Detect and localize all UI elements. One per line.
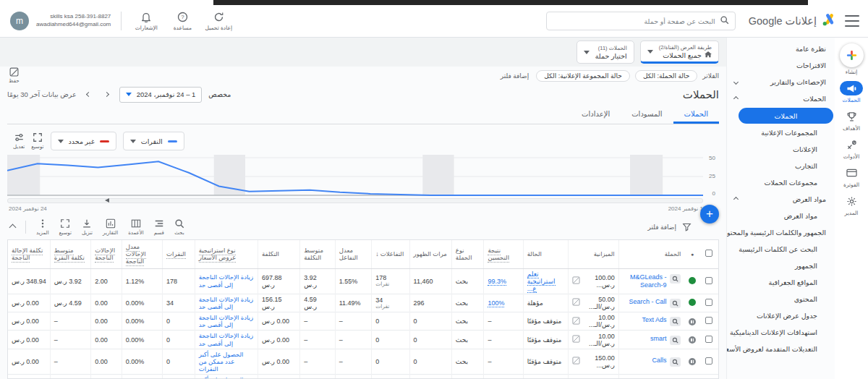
campaign-selector[interactable]: الحملات (11) اختيار حملة	[576, 41, 634, 64]
campaign-status-filter-chip[interactable]: حالة الحملة: الكل	[635, 70, 697, 82]
sidebar-item[interactable]: البحث عن الكلمات الرئيسية	[727, 241, 835, 257]
column-header-convrate[interactable]: معدل الإحالات الناجحة	[122, 240, 162, 268]
budget-cell[interactable]: 50.00 ر.س/الـ...	[572, 296, 615, 310]
row-checkbox[interactable]	[705, 299, 712, 306]
sidebar-item[interactable]: مواد العرض	[727, 208, 835, 224]
view-selector-all-campaigns[interactable]: طريقة العرض (القناة/2) جميع الحملات	[640, 41, 719, 64]
toolbar-segment-button[interactable]: قسم	[154, 218, 164, 236]
budget-cell[interactable]: 10.00 ر.س/الـ...	[572, 333, 615, 347]
tab-1[interactable]: المسودات	[621, 106, 673, 124]
column-header-clicks[interactable]: النقرات	[163, 240, 195, 268]
sidebar-item[interactable]: الإعلانات	[727, 141, 835, 158]
metric-selector-clicks[interactable]: النقرات	[123, 132, 184, 150]
metric-selector-none[interactable]: غير محدد	[51, 132, 116, 150]
date-prev-button[interactable]	[83, 89, 95, 101]
sidebar-item[interactable]: مواد العرض	[727, 191, 835, 208]
hamburger-menu-icon[interactable]	[845, 15, 859, 27]
toolbar-columns-button[interactable]: الأعمدة	[128, 218, 144, 236]
show-last-30-days-link[interactable]: عرض بيانات آخر 30 يومًا	[7, 90, 77, 98]
bid-strategy-link[interactable]: الحصول على أكبر عدد ممكن من النقرات	[199, 376, 254, 379]
toolbar-expand-button[interactable]: توسيع	[59, 218, 72, 236]
status-dot-paused[interactable]	[689, 336, 696, 344]
search-input[interactable]	[553, 17, 715, 25]
sidebar-item[interactable]: الحملات	[727, 90, 835, 107]
row-checkbox[interactable]	[705, 357, 712, 365]
rail-item-admin[interactable]: المدير	[840, 194, 863, 216]
toolbar-more-button[interactable]: المزيد	[36, 218, 49, 236]
campaign-name-link[interactable]: Search - Call	[629, 298, 666, 305]
rail-item-campaigns[interactable]: الحملات	[840, 81, 863, 103]
bid-strategy-link[interactable]: زيادة الإحالات الناجحة إلى أقصى حد	[199, 314, 254, 328]
add-campaign-fab[interactable]: +	[700, 205, 719, 223]
toolbar-download-button[interactable]: تنزيل	[82, 218, 93, 236]
optimization-score-link[interactable]: 99.3%	[488, 278, 506, 286]
optimization-score-link[interactable]: 100%	[488, 299, 504, 307]
column-header-check[interactable]	[700, 240, 718, 268]
sidebar-item[interactable]: جدول عرض الإعلانات	[727, 307, 835, 324]
rail-item-tools[interactable]: الأدوات	[840, 137, 863, 160]
table-add-filter-button[interactable]: إضافة فلتر	[648, 223, 676, 231]
select-all-checkbox[interactable]	[705, 250, 712, 257]
bid-strategy-link[interactable]: زيادة الإحالات الناجحة إلى أقصى حد	[199, 273, 254, 288]
scrubber-handle[interactable]	[105, 198, 109, 203]
column-header-inter[interactable]: التفاعلات↓	[372, 240, 409, 268]
status-text[interactable]: تعلم استراتيجية ع...	[527, 271, 556, 293]
campaign-name-link[interactable]: Text Ads	[642, 316, 666, 323]
row-checkbox[interactable]	[705, 317, 712, 324]
bid-strategy-link[interactable]: زيادة الإحالات الناجحة إلى أقصى حد	[199, 296, 254, 310]
sidebar-item-campaigns-active[interactable]: الحملات	[739, 108, 833, 124]
sidebar-item[interactable]: المحتوى	[727, 291, 835, 307]
tab-2[interactable]: الإعدادات	[571, 106, 621, 124]
sidebar-item[interactable]: الجمهور	[727, 257, 835, 274]
campaign-name-link[interactable]: M&GLeads -Search-9	[623, 273, 667, 289]
column-header-rate[interactable]: معدل التفاعل	[335, 240, 371, 268]
sidebar-item[interactable]: نظرة عامة	[727, 41, 835, 57]
column-header-type[interactable]: نوع الحملة	[451, 240, 484, 268]
column-header-campaign[interactable]: الحملة	[618, 240, 684, 268]
column-header-costconv[interactable]: تكلفة الإحالة الناجحة	[8, 240, 50, 268]
status-dot-paused[interactable]	[689, 358, 696, 365]
status-dot-enabled[interactable]	[689, 277, 696, 284]
collapse-chart-button[interactable]	[10, 225, 15, 230]
bid-strategy-link[interactable]: الحصول على أكبر عدد ممكن من النقرات	[199, 351, 254, 373]
column-header-opt[interactable]: نتيجة التحسين	[484, 240, 523, 268]
column-header-avgcpc[interactable]: متوسط تكلفة النقرة	[50, 240, 90, 268]
sidebar-item[interactable]: التجارب	[727, 158, 835, 174]
sidebar-item[interactable]: الجمهور والكلمات الرئيسية والمحتوى	[727, 224, 835, 241]
campaign-name-link[interactable]: smart	[650, 335, 667, 342]
column-header-impr[interactable]: مرات الظهور	[409, 240, 451, 268]
sidebar-item[interactable]: مجموعات الحملات	[727, 174, 835, 191]
column-header-strategy[interactable]: نوع استراتيجية عروض الأسعار	[195, 240, 258, 268]
column-header-status[interactable]: الحالة	[523, 240, 568, 268]
rail-item-create[interactable]: إنشاء	[840, 43, 864, 75]
chart-scrubber[interactable]	[7, 198, 703, 203]
sidebar-item[interactable]: التعديلات المتقدمة لعروض الأسعار	[727, 341, 835, 357]
save-button[interactable]: حفظ	[9, 67, 20, 84]
toolbar-reports-button[interactable]: التقارير	[103, 218, 118, 236]
column-header-conv[interactable]: الإحالات الناجحة	[91, 240, 122, 268]
sidebar-item[interactable]: المجموعات الإعلانية	[727, 124, 835, 141]
column-header-avgcost[interactable]: متوسط التكلفة	[300, 240, 336, 268]
budget-cell[interactable]: 150.00 ر.س...	[572, 354, 615, 369]
bid-strategy-link[interactable]: زيادة الإحالات الناجحة إلى أقصى حد	[199, 332, 254, 346]
campaign-name-link[interactable]: Calls	[652, 357, 666, 364]
row-checkbox[interactable]	[705, 336, 712, 343]
adjust-chart-button[interactable]: تعديل	[13, 132, 25, 150]
rail-item-goals[interactable]: الأهداف	[840, 109, 863, 132]
expand-chart-button[interactable]: توسيع	[31, 132, 43, 150]
row-checkbox[interactable]	[705, 277, 712, 284]
sidebar-item[interactable]: الإحصاءات والتقارير	[727, 74, 835, 90]
add-filter-button[interactable]: إضافة فلتر	[498, 72, 531, 80]
reload-button[interactable]: إعادة تحميل	[204, 12, 233, 31]
status-dot-enabled[interactable]	[689, 299, 696, 306]
toolbar-search-button[interactable]: بحث	[174, 218, 184, 236]
global-search[interactable]	[546, 12, 736, 30]
funnel-icon[interactable]	[682, 222, 692, 233]
tab-0[interactable]: الحملات	[673, 106, 719, 124]
account-info[interactable]: skills ksa 258-391-8827 awadiahmed644@gm…	[36, 13, 111, 29]
column-header-budget[interactable]: الميزانية	[568, 240, 618, 268]
date-next-button[interactable]	[101, 89, 113, 101]
status-dot-paused[interactable]	[689, 318, 696, 325]
date-range-picker[interactable]: 1 – 24 نوفمبر، 2024	[119, 87, 203, 103]
budget-cell[interactable]: 100.00 ر.س...	[572, 274, 615, 289]
